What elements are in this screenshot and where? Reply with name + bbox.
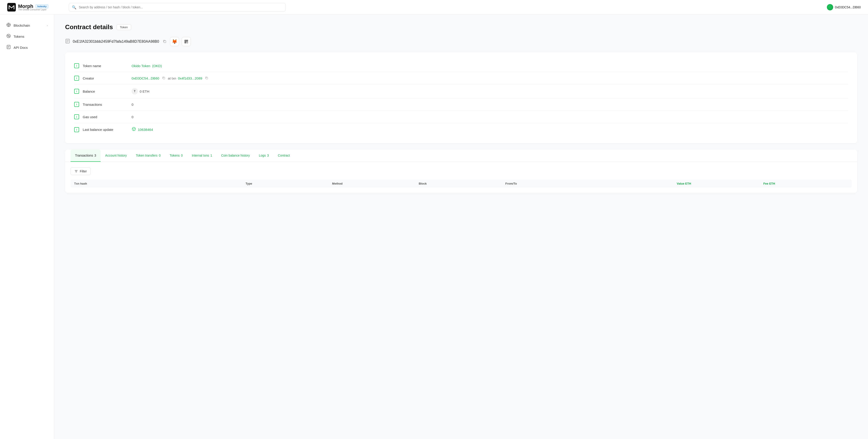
balance-label: Balance	[83, 90, 128, 93]
svg-rect-21	[185, 40, 186, 41]
balance-amount: 0 ETH	[140, 90, 149, 93]
tab-transactions[interactable]: Transactions 3	[70, 150, 101, 162]
copy-txn-button[interactable]	[204, 76, 209, 81]
tab-internal-txns-count: 1	[211, 154, 212, 157]
tab-logs[interactable]: Logs 3	[254, 150, 273, 162]
metamask-button[interactable]: 🦊	[170, 37, 179, 46]
contract-icon	[65, 39, 70, 45]
tab-contract[interactable]: Contract	[273, 150, 294, 162]
copy-address-button[interactable]	[162, 39, 167, 44]
contract-address: 0xE1fA32301bbb2459Fd7fafa149aB8D7E80AA98…	[73, 39, 159, 43]
tab-token-transfers-label: Token transfers	[136, 154, 158, 157]
block-number[interactable]: 10638464	[138, 128, 153, 131]
tab-account-history-label: Account history	[105, 154, 127, 157]
tokens-icon	[6, 34, 11, 39]
topbar: Morph holesky The Global Consumer Layer …	[0, 0, 868, 14]
col-from-to: From/To	[505, 182, 675, 185]
sidebar-item-tokens[interactable]: Tokens	[0, 31, 54, 42]
sidebar-label-api-docs: API Docs	[13, 45, 28, 50]
detail-row-last-balance: i Last balance update 10638464	[74, 123, 848, 136]
last-balance-label: Last balance update	[83, 128, 128, 131]
col-method: Method	[332, 182, 417, 185]
search-input[interactable]	[69, 3, 286, 11]
col-txn-hash: Txn hash	[74, 182, 244, 185]
tab-logs-count: 3	[267, 154, 269, 157]
filter-label: Filter	[80, 169, 87, 173]
creator-value: 0xE0DC54...DB60 at txn 0x4f1d33...2089	[131, 76, 209, 81]
svg-point-8	[8, 35, 9, 37]
detail-row-token-name: i Token name Okido Token (OKD)	[74, 60, 848, 72]
svg-line-9	[7, 35, 8, 36]
tabs-card: Transactions 3 Account history Token tra…	[65, 150, 857, 193]
token-name-label: Token name	[83, 64, 128, 68]
col-type: Type	[246, 182, 330, 185]
filter-button[interactable]: Filter	[70, 167, 91, 175]
blockchain-icon	[6, 23, 11, 28]
tab-internal-txns[interactable]: Internal txns 1	[187, 150, 217, 162]
svg-rect-0	[7, 3, 16, 11]
creator-txn-hash[interactable]: 0x4f1d33...2089	[178, 76, 202, 80]
morph-logo-icon	[7, 3, 16, 11]
chevron-right-icon: ›	[47, 24, 48, 27]
tab-coin-balance-history[interactable]: Coin balance history	[217, 150, 254, 162]
sidebar: Blockchain › Tokens API Docs	[0, 14, 54, 439]
token-name-value: Okido Token (OKD)	[131, 64, 162, 68]
sidebar-label-blockchain: Blockchain	[13, 24, 30, 27]
block-icon	[131, 127, 136, 132]
svg-rect-32	[163, 77, 165, 79]
wallet-address: 0xE0DC54...DB60	[835, 5, 861, 9]
wallet-area: 0xE0DC54...DB60	[827, 4, 861, 10]
tab-tokens[interactable]: Tokens 0	[165, 150, 187, 162]
info-icon-transactions: i	[74, 102, 79, 107]
tab-transactions-count: 3	[94, 154, 96, 157]
transactions-label: Transactions	[83, 102, 128, 106]
info-icon-token-name: i	[74, 63, 79, 68]
svg-line-10	[9, 36, 10, 37]
logo-sub: The Global Consumer Layer	[18, 8, 49, 11]
creator-label: Creator	[83, 76, 128, 80]
detail-row-gas-used: i Gas used 0	[74, 111, 848, 123]
tab-coin-balance-history-label: Coin balance history	[221, 154, 250, 157]
info-icon-balance: i	[74, 89, 79, 94]
tab-contract-label: Contract	[278, 154, 290, 157]
page-header: Contract details Token	[65, 24, 857, 31]
table-header: Txn hash Type Method Block From/To Value…	[70, 180, 852, 188]
token-badge: Token	[117, 24, 131, 30]
copy-creator-button[interactable]	[161, 76, 166, 81]
qr-code-button[interactable]	[182, 37, 191, 46]
detail-row-balance: i Balance T 0 ETH	[74, 85, 848, 98]
svg-rect-33	[206, 77, 208, 79]
search-bar: 🔍	[69, 3, 286, 11]
col-block: Block	[418, 182, 503, 185]
sidebar-item-blockchain[interactable]: Blockchain ›	[0, 20, 54, 31]
sidebar-label-tokens: Tokens	[13, 35, 24, 38]
logo-text-area: Morph holesky The Global Consumer Layer	[18, 3, 49, 11]
col-fee-eth: Fee ETH	[763, 182, 848, 185]
tab-token-transfers-count: 0	[159, 154, 161, 157]
tab-account-history[interactable]: Account history	[101, 150, 131, 162]
last-balance-value: 10638464	[131, 127, 153, 132]
tab-tokens-label: Tokens	[169, 154, 180, 157]
tab-token-transfers[interactable]: Token transfers 0	[131, 150, 165, 162]
sidebar-item-api-docs[interactable]: API Docs	[0, 42, 54, 53]
info-icon-last-balance: i	[74, 127, 79, 132]
detail-row-transactions: i Transactions 0	[74, 98, 848, 111]
tabs-content: Filter Txn hash Type Method Block From/T…	[65, 162, 857, 193]
svg-point-7	[7, 34, 10, 38]
info-icon-gas: i	[74, 114, 79, 119]
tab-tokens-count: 0	[181, 154, 183, 157]
tab-logs-label: Logs	[259, 154, 266, 157]
svg-rect-23	[187, 40, 188, 41]
api-docs-icon	[6, 45, 11, 51]
svg-point-2	[8, 24, 9, 26]
creator-address[interactable]: 0xE0DC54...DB60	[131, 76, 159, 80]
svg-rect-19	[164, 41, 166, 43]
transactions-value: 0	[131, 102, 133, 106]
filter-icon	[74, 169, 78, 173]
at-txn-text: at txn	[168, 76, 176, 80]
balance-value: T 0 ETH	[131, 88, 149, 94]
col-value-eth: Value ETH	[677, 182, 762, 185]
wallet-avatar	[827, 4, 833, 10]
search-icon: 🔍	[72, 5, 76, 9]
logo-badge: holesky	[35, 4, 49, 8]
